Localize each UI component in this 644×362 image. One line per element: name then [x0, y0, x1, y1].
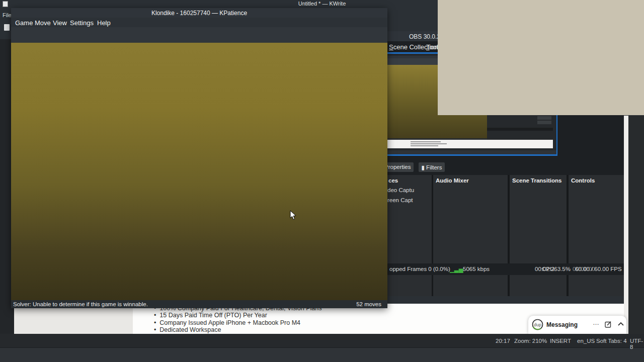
svg-text:dup: dup — [534, 322, 541, 327]
